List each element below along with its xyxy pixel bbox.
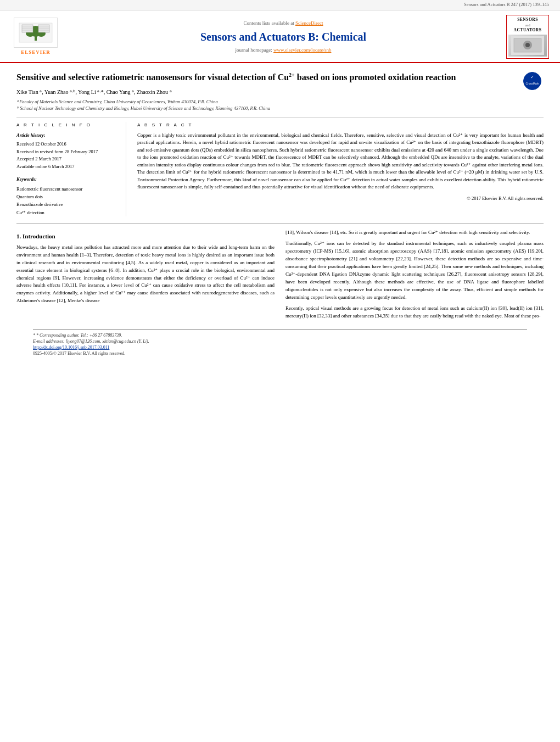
abstract-label: A B S T R A C T: [137, 122, 544, 128]
intro-paragraph-2: [13], Wilson's disease [14], etc. So it …: [285, 229, 544, 237]
contents-text: Contents lists available at: [244, 20, 294, 26]
intro-paragraph-4: Recently, optical visual methods are a g…: [285, 305, 544, 320]
footnote-email: E-mail addresses: liyong07@126.com, xkti…: [33, 338, 527, 344]
article-info-label: A R T I C L E I N F O: [16, 122, 117, 128]
journal-header: ELSEVIER Contents lists available at Sci…: [0, 10, 560, 63]
article-title-text: Sensitive and selective ratiometric nano…: [16, 71, 523, 112]
crossmark-svg: ✓ CrossMark: [523, 71, 542, 91]
sensors-logo-sub: and: [508, 23, 547, 27]
journal-homepage: journal homepage: www.elsevier.com/locat…: [66, 47, 501, 54]
elsevier-graphic: [14, 18, 58, 48]
intro-paragraph-3: Traditionally, Cu²⁺ ions can be detected…: [285, 240, 544, 302]
footnote-email-label: E-mail addresses:: [33, 339, 65, 344]
issn-line: 0925-4005/© 2017 Elsevier B.V. All right…: [33, 350, 527, 356]
sensors-logo-image: [508, 35, 547, 57]
contents-availability: Contents lists available at ScienceDirec…: [66, 20, 501, 27]
article-history: Article history: Received 12 October 201…: [16, 132, 117, 171]
elsevier-label: ELSEVIER: [21, 49, 51, 56]
authors: Xike Tian ᵃ, Yuan Zhao ᵃ·ᵇ, Yong Li ᵃ·*,…: [16, 88, 517, 96]
available-online: Available online 6 March 2017: [16, 163, 117, 171]
keyword-1: Ratiometric fluorescent nanosensor: [16, 185, 117, 193]
abstract-column: A B S T R A C T Copper is a highly toxic…: [137, 122, 544, 216]
article-meta-section: A R T I C L E I N F O Article history: R…: [16, 122, 544, 216]
article-info-column: A R T I C L E I N F O Article history: R…: [16, 122, 126, 216]
footnote-corresponding-text: * Corresponding author. Tel.: +86 27 678…: [36, 333, 122, 338]
footnote-email-addresses: liyong07@126.com, xktian@cug.edu.cn (Y. …: [66, 339, 149, 344]
footnote-corresponding: * * Corresponding author. Tel.: +86 27 6…: [33, 332, 527, 338]
main-col-left: 1. Introduction Nowadays, the heavy meta…: [16, 229, 275, 323]
affiliation-a: ᵃ Faculty of Materials Science and Chemi…: [16, 99, 517, 112]
keywords-section: Keywords: Ratiometric fluorescent nanose…: [16, 176, 117, 217]
section-divider: [16, 223, 544, 224]
abstract-text: Copper is a highly toxic environmental p…: [137, 132, 544, 191]
history-label: Article history:: [16, 132, 117, 140]
homepage-url[interactable]: www.elsevier.com/locate/snb: [273, 47, 331, 53]
svg-point-16: [525, 43, 530, 47]
svg-text:CrossMark: CrossMark: [525, 82, 539, 85]
intro-paragraph-1: Nowadays, the heavy metal ions pollution…: [16, 244, 275, 305]
citation-text: Sensors and Actuators B 247 (2017) 139–1…: [464, 2, 549, 7]
elsevier-svg: [16, 20, 55, 45]
keywords-label: Keywords:: [16, 176, 117, 183]
main-content: 1. Introduction Nowadays, the heavy meta…: [16, 229, 544, 323]
crossmark-logo[interactable]: ✓ CrossMark: [523, 71, 544, 93]
accepted: Accepted 2 March 2017: [16, 155, 117, 163]
keyword-2: Quantum dots: [16, 193, 117, 200]
received-2: Received in revised form 28 February 201…: [16, 148, 117, 156]
elsevier-logo: ELSEVIER: [11, 18, 60, 56]
sensors-logo-svg: [511, 36, 544, 55]
section-1-title: 1. Introduction: [16, 232, 275, 241]
keyword-3: Benzothiazole derivative: [16, 200, 117, 208]
sciencedirect-link[interactable]: ScienceDirect: [295, 20, 323, 26]
article-body: Sensitive and selective ratiometric nano…: [0, 63, 560, 367]
citation-bar: Sensors and Actuators B 247 (2017) 139–1…: [0, 0, 560, 10]
page: Sensors and Actuators B 247 (2017) 139–1…: [0, 0, 560, 742]
article-title-section: Sensitive and selective ratiometric nano…: [16, 71, 544, 118]
header-center: Contents lists available at ScienceDirec…: [60, 20, 506, 53]
keyword-4: Cu²⁺ detection: [16, 209, 117, 216]
sensors-logo-title-top: SENSORS: [508, 17, 547, 23]
homepage-label: journal homepage:: [236, 47, 272, 53]
copyright-notice: © 2017 Elsevier B.V. All rights reserved…: [137, 196, 544, 202]
doi-link[interactable]: http://dx.doi.org/10.1016/j.snb.2017.03.…: [33, 344, 527, 350]
article-title: Sensitive and selective ratiometric nano…: [16, 71, 517, 84]
journal-title: Sensors and Actuators B: Chemical: [66, 29, 501, 44]
sensors-logo-title-bottom: ACTUATORS: [508, 27, 547, 34]
sensors-actuators-logo: SENSORS and ACTUATORS: [506, 15, 549, 59]
main-col-right: [13], Wilson's disease [14], etc. So it …: [285, 229, 544, 323]
received-1: Received 12 October 2016: [16, 141, 117, 148]
page-footer: * * Corresponding author. Tel.: +86 27 6…: [33, 329, 527, 357]
keywords-list: Ratiometric fluorescent nanosensor Quant…: [16, 185, 117, 217]
svg-text:✓: ✓: [530, 75, 534, 80]
